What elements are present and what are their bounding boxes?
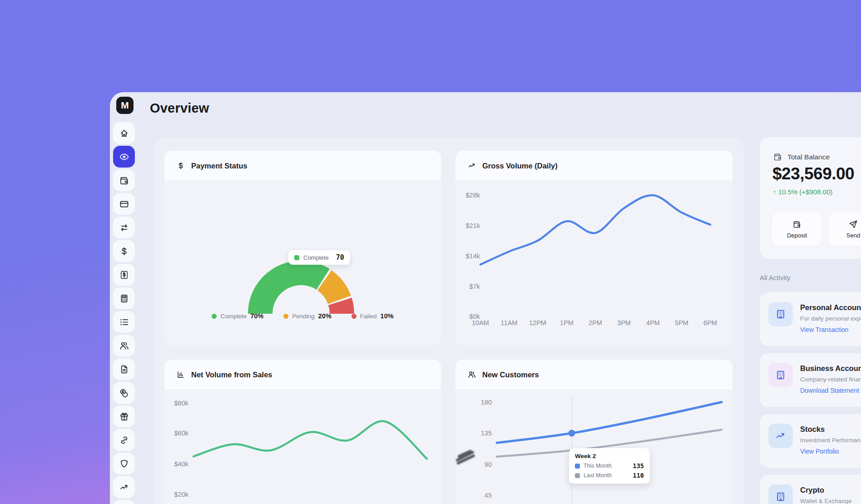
deposit-button[interactable]: Deposit xyxy=(772,212,822,246)
axis-tick-label: 6PM xyxy=(703,319,717,326)
sidebar-item-link[interactable] xyxy=(113,429,135,451)
activity-subtitle: Wallet & Exchange xyxy=(800,498,852,504)
axis-tick-label: $80k xyxy=(174,400,189,407)
payment-status-legend: Complete70%Pending20%Failed10% xyxy=(164,312,441,320)
users-icon xyxy=(119,341,129,351)
activity-card-personal-account[interactable]: Personal AccountFor daily personal expen… xyxy=(760,292,861,346)
activity-link[interactable]: View Portfolio xyxy=(800,448,839,455)
list-icon xyxy=(119,317,129,327)
sidebar-item-users[interactable] xyxy=(113,335,135,356)
wallet-icon xyxy=(792,220,802,229)
card-title: Net Volume from Sales xyxy=(191,371,272,379)
all-activity-header: All Activity xyxy=(760,274,791,282)
axis-tick-label: 5PM xyxy=(675,319,688,326)
activity-card-business-account[interactable]: Business AccountCompany-related finances… xyxy=(760,353,861,407)
dollar-icon xyxy=(119,246,129,257)
wallet-icon xyxy=(773,152,782,162)
activity-card-crypto[interactable]: CryptoWallet & Exchange xyxy=(760,475,861,504)
sidebar-item-credit-card[interactable] xyxy=(113,193,135,215)
sidebar-item-trending-up[interactable] xyxy=(113,476,135,498)
axis-tick-label: 10AM xyxy=(472,319,489,326)
gauge-segment-complete xyxy=(248,261,330,314)
new-customers-header: New Customers xyxy=(455,360,732,390)
file-icon xyxy=(119,364,129,375)
send-button[interactable]: Send xyxy=(828,212,861,246)
activity-subtitle: For daily personal expenses xyxy=(800,315,861,322)
gross-volume-header: Gross Volume (Daily) xyxy=(455,151,732,181)
sidebar-item-calculator[interactable] xyxy=(113,287,135,309)
send-icon xyxy=(849,220,858,229)
gift-icon xyxy=(119,411,129,422)
this-month-line xyxy=(497,402,722,443)
activity-card-stocks[interactable]: StocksInvestment PerformanceView Portfol… xyxy=(760,414,861,468)
sidebar-item-device[interactable] xyxy=(113,500,135,504)
tooltip-swatch xyxy=(575,473,580,478)
sidebar-item-file[interactable] xyxy=(113,358,135,380)
axis-tick-label: 12PM xyxy=(529,319,546,326)
balance-label: Total Balance xyxy=(787,153,830,161)
net-volume-line xyxy=(193,421,427,459)
axis-tick-label: 1PM xyxy=(560,319,574,326)
card-title: Gross Volume (Daily) xyxy=(482,162,558,170)
axis-tick-label: $7k xyxy=(470,283,480,290)
legend-value: 20% xyxy=(318,312,332,320)
sidebar-item-shield[interactable] xyxy=(113,453,135,474)
transfer-icon xyxy=(119,222,129,233)
axis-tick-label: $14k xyxy=(466,252,480,260)
week-tooltip: Week 2 This Month 135 Last Month 110 xyxy=(569,448,650,484)
sidebar-item-list[interactable] xyxy=(113,311,135,333)
tooltip-title: Week 2 xyxy=(575,453,644,460)
sidebar-item-receipt[interactable] xyxy=(113,264,135,286)
tooltip-label: This Month xyxy=(584,463,612,469)
activity-link[interactable]: View Transaction xyxy=(800,326,848,333)
chart-bar-icon xyxy=(176,370,185,379)
building-icon xyxy=(775,491,787,503)
sidebar-item-gift[interactable] xyxy=(113,405,135,427)
tooltip-swatch xyxy=(575,464,580,469)
activity-title: Personal Account xyxy=(800,303,861,312)
calculator-icon xyxy=(119,293,129,304)
eye-icon xyxy=(119,152,129,162)
tooltip-value: 70 xyxy=(336,253,344,262)
shield-icon xyxy=(119,459,129,469)
balance-header: Total Balance xyxy=(773,152,830,162)
axis-tick-label: 2PM xyxy=(589,319,602,326)
tooltip-row: This Month 135 xyxy=(575,462,644,469)
legend-value: 10% xyxy=(381,312,394,320)
sidebar-item-transfer[interactable] xyxy=(113,217,135,238)
axis-tick-label: 3PM xyxy=(617,319,631,326)
axis-tick-label: 90 xyxy=(485,461,492,468)
sidebar-item-home[interactable] xyxy=(113,122,135,144)
sidebar-item-eye[interactable] xyxy=(113,146,135,168)
card-title: Payment Status xyxy=(191,162,247,170)
trending-up-icon xyxy=(775,430,787,442)
sidebar-item-coins[interactable] xyxy=(113,382,135,404)
activity-link[interactable]: Download Statement xyxy=(800,387,859,394)
axis-tick-label: 4PM xyxy=(646,319,660,326)
legend-dot xyxy=(212,314,217,319)
tooltip-label: Complete xyxy=(303,254,329,261)
trending-up-icon xyxy=(119,482,129,493)
legend-label: Pending xyxy=(292,313,315,320)
legend-item: Complete70% xyxy=(212,312,263,320)
legend-dot xyxy=(351,314,356,319)
activity-icon-tile xyxy=(768,363,793,387)
deposit-label: Deposit xyxy=(787,232,807,239)
tooltip-row: Last Month 110 xyxy=(575,472,644,479)
link-icon xyxy=(119,435,129,445)
users-icon xyxy=(467,370,476,379)
gross-volume-chart: $28k$21k$14k$7k$0k10AM11AM12PM1PM2PM3PM4… xyxy=(455,181,732,345)
axis-tick-label: $20k xyxy=(174,491,189,498)
axis-tick-label: 45 xyxy=(485,492,492,499)
payment-status-header: Payment Status xyxy=(164,151,441,181)
coins-icon xyxy=(119,388,129,398)
axis-tick-label: 180 xyxy=(481,399,492,406)
sidebar-item-wallet[interactable] xyxy=(113,169,135,191)
app-logo[interactable]: M xyxy=(116,97,134,114)
legend-label: Failed xyxy=(360,313,377,320)
activity-subtitle: Investment Performance xyxy=(800,437,861,444)
sidebar-item-dollar[interactable] xyxy=(113,240,135,262)
axis-tick-label: $28k xyxy=(466,192,480,199)
legend-dot xyxy=(283,314,288,319)
axis-tick-label: 11AM xyxy=(501,319,518,326)
